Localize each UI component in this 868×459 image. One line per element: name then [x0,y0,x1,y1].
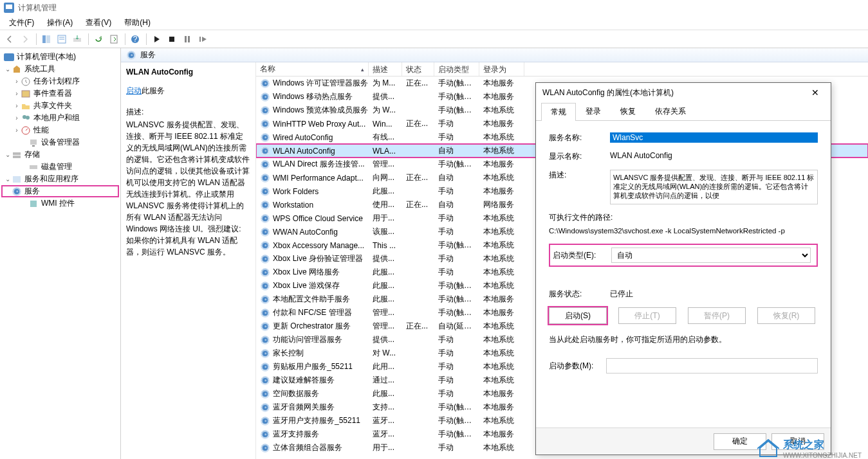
svg-rect-22 [30,140,37,145]
window-title: 计算机管理 [18,3,57,14]
svg-rect-18 [22,91,30,97]
exe-path: C:\Windows\system32\svchost.exe -k Local… [549,227,818,235]
col-desc[interactable]: 描述 [369,62,402,76]
dialog-title: WLAN AutoConfig 的属性(本地计算机) [542,87,806,98]
services-title: 服务 [140,50,156,60]
svg-rect-24 [13,152,21,155]
tree-local-users[interactable]: ›本地用户和组 [1,112,119,124]
refresh-icon[interactable] [91,32,106,46]
resume-button: 恢复(R) [757,307,815,324]
properties-dialog: WLAN AutoConfig 的属性(本地计算机) ✕ 常规 登录 恢复 依存… [535,82,831,455]
play-icon[interactable] [149,32,163,46]
svg-rect-13 [185,36,187,42]
detail-service-name: WLAN AutoConfig [126,68,250,76]
tree-event-viewer[interactable]: ›事件查看器 [1,87,119,100]
forward-icon[interactable] [18,32,32,46]
svg-rect-28 [30,201,37,207]
pause-button: 暂停(P) [688,307,746,324]
title-bar: 计算机管理 [0,0,868,15]
svg-rect-4 [46,35,50,43]
house-icon [757,439,779,458]
tree-task-scheduler[interactable]: ›任务计划程序 [1,75,119,87]
svg-rect-14 [188,36,190,42]
svg-text:?: ? [133,35,138,44]
display-name-value: WLAN AutoConfig [610,151,818,160]
tab-deps[interactable]: 依存关系 [645,102,696,120]
pause-icon[interactable] [180,32,194,46]
desc-label: 描述: [126,107,250,118]
svg-rect-25 [13,156,21,158]
tab-recovery[interactable]: 恢复 [611,102,645,120]
svg-point-19 [23,115,26,119]
start-link[interactable]: 启动 [126,86,142,95]
col-start[interactable]: 启动类型 [434,62,479,76]
menu-bar: 文件(F) 操作(A) 查看(V) 帮助(H) [0,15,868,30]
app-icon [4,3,14,13]
svg-rect-15 [199,37,201,42]
svg-point-20 [26,116,30,120]
svg-rect-12 [169,37,174,42]
services-header: 服务 [121,48,868,62]
tree-root[interactable]: 计算机管理(本地) [1,51,119,63]
show-hide-icon[interactable] [39,32,53,46]
menu-action[interactable]: 操作(A) [41,17,79,28]
col-state[interactable]: 状态 [402,62,434,76]
tree-system-tools[interactable]: ⌄系统工具 [1,63,119,75]
stop-button: 停止(T) [618,307,676,324]
menu-file[interactable]: 文件(F) [3,17,41,28]
service-name-value: WlanSvc [610,132,818,143]
tab-logon[interactable]: 登录 [576,102,611,120]
svg-rect-23 [32,145,35,147]
tree-services[interactable]: 服务 [1,185,119,197]
restart-icon[interactable] [196,32,210,46]
menu-view[interactable]: 查看(V) [79,17,118,28]
stop-icon[interactable] [165,32,179,46]
back-icon[interactable] [3,32,17,46]
export-icon[interactable] [70,32,84,46]
col-name[interactable]: 名称 [256,62,369,76]
tree-performance[interactable]: ›性能 [1,124,119,136]
tree-disk-mgmt[interactable]: 磁盘管理 [1,161,119,173]
svg-rect-2 [6,4,12,9]
desc-box[interactable]: WLANSVC 服务提供配置、发现、连接、断开与 IEEE 802.11 标准定… [610,170,818,204]
svg-rect-3 [42,35,46,43]
tab-general[interactable]: 常规 [541,103,576,121]
tree-panel: 计算机管理(本地) ⌄系统工具 ›任务计划程序 ›事件查看器 ›共享文件夹 ›本… [0,48,121,459]
svg-rect-26 [30,165,37,169]
desc-text: WLANSVC 服务提供配置、发现、连接、断开与 IEEE 802.11 标准定… [126,119,250,258]
tree-storage[interactable]: ⌄存储 [1,148,119,161]
start-params-input[interactable] [606,358,818,374]
close-icon[interactable]: ✕ [806,86,824,100]
tree-services-apps[interactable]: ⌄服务和应用程序 [1,173,119,185]
tree-wmi[interactable]: WMI 控件 [1,197,119,210]
toolbar: ? [0,30,868,48]
list-header: 名称 描述 状态 启动类型 登录为 [256,62,868,76]
service-status: 已停止 [610,289,633,300]
start-button[interactable]: 启动(S) [549,307,607,324]
detail-pane: WLAN AutoConfig 启动此服务 描述: WLANSVC 服务提供配置… [121,62,256,459]
dialog-note: 当从此处启动服务时，你可指定所适用的启动参数。 [549,334,818,345]
col-logon[interactable]: 登录为 [479,62,524,76]
tree-shared-folders[interactable]: ›共享文件夹 [1,100,119,112]
properties-icon[interactable] [55,32,69,46]
startup-type-select[interactable]: 自动 [611,248,811,263]
menu-help[interactable]: 帮助(H) [118,17,157,28]
tree-device-manager[interactable]: 设备管理器 [1,136,119,148]
gear-icon [126,50,136,60]
dialog-tabs: 常规 登录 恢复 依存关系 [536,102,831,121]
export-list-icon[interactable] [107,32,121,46]
help-icon[interactable]: ? [128,32,142,46]
svg-rect-16 [4,53,14,61]
watermark: 系统之家WWW.XITONGZHIJIA.NET [757,438,862,459]
svg-rect-27 [13,176,21,183]
